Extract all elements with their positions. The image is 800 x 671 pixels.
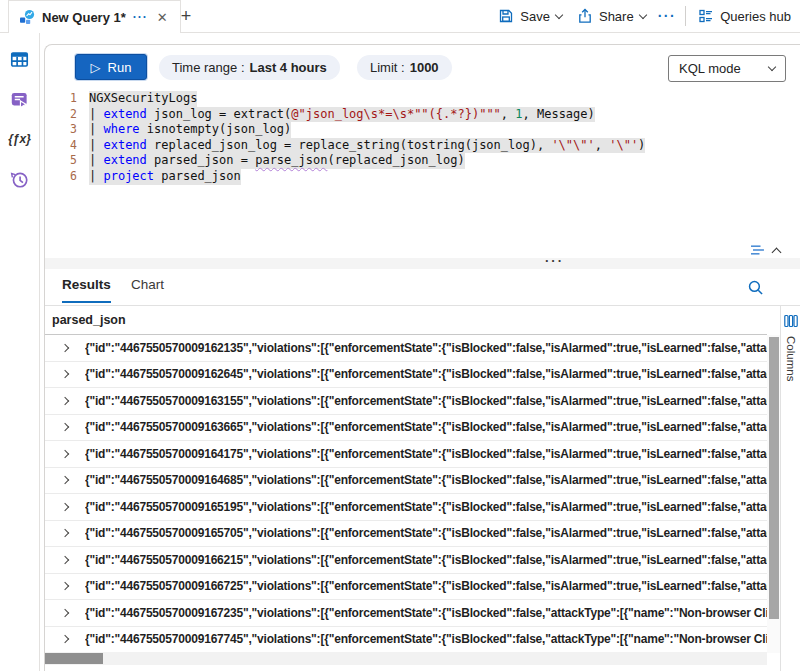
row-json-text: {"id":"4467550570009165195","violations"… <box>85 500 767 514</box>
code-line[interactable]: 5| extend parsed_json = parse_json(repla… <box>45 153 800 169</box>
time-range-pill[interactable]: Time range : Last 4 hours <box>159 55 340 80</box>
more-actions-button[interactable]: ··· <box>658 8 677 24</box>
code-line-text[interactable]: | extend parsed_json = parse_json(replac… <box>89 153 465 169</box>
time-range-label: Time range : <box>172 60 245 75</box>
format-lines-icon <box>749 243 765 257</box>
table-row[interactable]: {"id":"4467550570009167235","violations"… <box>45 600 767 627</box>
table-row[interactable]: {"id":"4467550570009166725","violations"… <box>45 574 767 601</box>
code-line[interactable]: 6| project parsed_json <box>45 169 800 185</box>
saved-queries-icon[interactable] <box>10 89 30 109</box>
table-row[interactable]: {"id":"4467550570009167745","violations"… <box>45 627 767 654</box>
share-button[interactable]: Share <box>574 8 649 24</box>
adx-query-window: New Query 1* ··· ✕ + Save <box>0 0 800 671</box>
run-icon: ▷ <box>91 60 101 75</box>
line-number: 1 <box>45 91 77 107</box>
limit-label: Limit : <box>370 60 405 75</box>
run-button[interactable]: ▷ Run <box>75 54 147 80</box>
expand-row-icon[interactable] <box>45 398 85 404</box>
line-number: 4 <box>45 138 77 154</box>
column-header-label: parsed_json <box>52 313 126 327</box>
collapse-panel-icon[interactable] <box>772 247 782 257</box>
table-row[interactable]: {"id":"4467550570009162645","violations"… <box>45 362 767 389</box>
save-button[interactable]: Save <box>495 8 565 24</box>
table-row[interactable]: {"id":"4467550570009165705","violations"… <box>45 521 767 548</box>
expand-row-icon[interactable] <box>45 583 85 589</box>
expand-row-icon[interactable] <box>45 424 85 430</box>
tab-more-icon[interactable]: ··· <box>133 10 148 24</box>
chevron-down-icon <box>768 63 776 71</box>
row-json-text: {"id":"4467550570009162645","violations"… <box>85 367 767 381</box>
save-icon <box>498 8 514 24</box>
functions-icon[interactable]: {ƒx} <box>10 129 30 149</box>
expand-row-icon[interactable] <box>45 451 85 457</box>
vertical-scrollbar-thumb[interactable] <box>769 337 779 619</box>
expand-row-icon[interactable] <box>45 345 85 351</box>
results-tab-bar: Results Chart <box>45 269 800 306</box>
limit-pill[interactable]: Limit : 1000 <box>357 55 452 80</box>
table-row[interactable]: {"id":"4467550570009162135","violations"… <box>45 335 767 362</box>
vertical-scrollbar[interactable] <box>767 335 780 653</box>
line-number: 5 <box>45 153 77 169</box>
queries-hub-button[interactable]: Queries hub <box>695 8 794 24</box>
expand-row-icon[interactable] <box>45 530 85 536</box>
time-range-value: Last 4 hours <box>250 60 327 75</box>
code-lines: 1NGXSecurityLogs2| extend json_log = ext… <box>45 91 800 185</box>
history-icon[interactable] <box>10 169 30 189</box>
expand-row-icon[interactable] <box>45 610 85 616</box>
row-json-text: {"id":"4467550570009163665","violations"… <box>85 420 767 434</box>
search-results-button[interactable] <box>744 276 766 298</box>
code-line[interactable]: 3| where isnotempty(json_log) <box>45 122 800 138</box>
expand-row-icon[interactable] <box>45 371 85 377</box>
code-line-text[interactable]: | extend replaced_json_log = replace_str… <box>89 138 645 154</box>
row-json-text: {"id":"4467550570009165705","violations"… <box>85 526 767 540</box>
run-label: Run <box>108 60 132 75</box>
query-toolbar: ▷ Run Time range : Last 4 hours Limit : … <box>45 45 800 91</box>
row-json-text: {"id":"4467550570009166215","violations"… <box>85 553 767 567</box>
table-row[interactable]: {"id":"4467550570009165195","violations"… <box>45 494 767 521</box>
columns-label: Columns <box>785 336 797 381</box>
tab-results[interactable]: Results <box>62 277 111 303</box>
tab-new-query-1[interactable]: New Query 1* ··· ✕ <box>8 0 181 33</box>
save-label: Save <box>520 9 550 24</box>
code-line-text[interactable]: | project parsed_json <box>89 169 241 185</box>
column-header-parsed-json[interactable]: parsed_json <box>45 306 767 335</box>
horizontal-scrollbar-thumb[interactable] <box>45 653 103 664</box>
share-icon <box>577 8 593 24</box>
queries-hub-icon <box>698 8 714 24</box>
expand-row-icon[interactable] <box>45 504 85 510</box>
table-row[interactable]: {"id":"4467550570009163155","violations"… <box>45 388 767 415</box>
code-editor[interactable]: 1NGXSecurityLogs2| extend json_log = ext… <box>45 91 800 241</box>
row-json-text: {"id":"4467550570009162135","violations"… <box>85 341 767 355</box>
adx-app-icon <box>19 9 35 25</box>
tab-close-icon[interactable]: ✕ <box>155 10 170 25</box>
panel-splitter[interactable]: ··· <box>45 258 800 269</box>
splitter-handle[interactable]: ··· <box>545 253 564 268</box>
query-mode-value: KQL mode <box>679 61 741 76</box>
table-row[interactable]: {"id":"4467550570009163665","violations"… <box>45 415 767 442</box>
table-row[interactable]: {"id":"4467550570009164685","violations"… <box>45 468 767 495</box>
table-row[interactable]: {"id":"4467550570009164175","violations"… <box>45 441 767 468</box>
columns-panel-tab[interactable]: Columns <box>780 306 800 671</box>
chevron-down-icon <box>638 10 646 18</box>
editor-collapse-controls[interactable] <box>749 243 780 257</box>
horizontal-scrollbar[interactable] <box>45 652 767 665</box>
limit-value: 1000 <box>410 60 439 75</box>
code-line-text[interactable]: NGXSecurityLogs <box>89 91 197 107</box>
row-json-text: {"id":"4467550570009167235","violations"… <box>85 606 767 620</box>
expand-row-icon[interactable] <box>45 636 85 642</box>
tables-icon[interactable] <box>10 49 30 69</box>
share-label: Share <box>599 9 634 24</box>
query-mode-select[interactable]: KQL mode <box>668 55 786 82</box>
query-tab-bar: New Query 1* ··· ✕ + Save <box>0 0 800 33</box>
expand-row-icon[interactable] <box>45 557 85 563</box>
table-row[interactable]: {"id":"4467550570009166215","violations"… <box>45 547 767 574</box>
code-line[interactable]: 4| extend replaced_json_log = replace_st… <box>45 138 800 154</box>
queries-hub-label: Queries hub <box>720 9 791 24</box>
code-line-text[interactable]: | extend json_log = extract(@"json_log\s… <box>89 107 595 123</box>
new-tab-button[interactable]: + <box>174 4 198 28</box>
expand-row-icon[interactable] <box>45 477 85 483</box>
tab-chart[interactable]: Chart <box>131 277 164 301</box>
code-line[interactable]: 2| extend json_log = extract(@"json_log\… <box>45 107 800 123</box>
code-line-text[interactable]: | where isnotempty(json_log) <box>89 122 291 138</box>
code-line[interactable]: 1NGXSecurityLogs <box>45 91 800 107</box>
